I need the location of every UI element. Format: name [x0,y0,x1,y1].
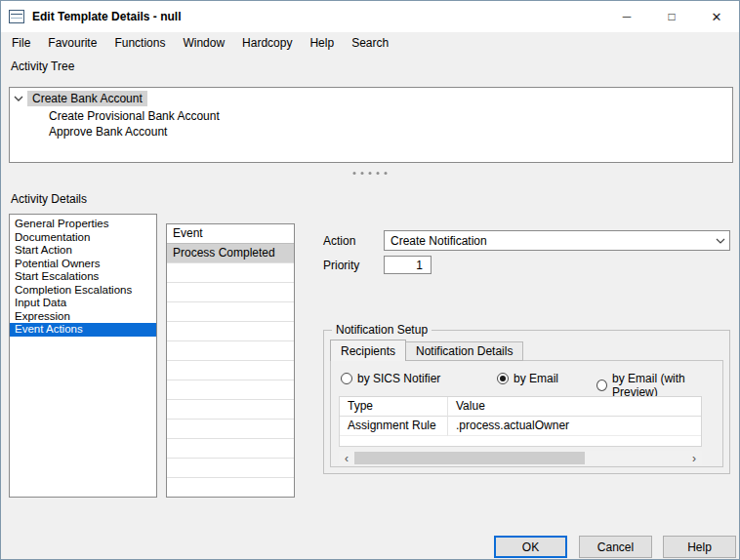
radio-checked-icon[interactable] [497,373,509,384]
table-cell-type[interactable]: Assignment Rule [340,417,448,436]
radio-by-sics-notifier[interactable]: by SICS Notifier [341,372,440,385]
event-list: Event Process Completed [166,223,295,498]
event-list-empty-row [167,400,294,420]
list-item-expression[interactable]: Expression [10,310,156,324]
action-dropdown-value: Create Notification [391,234,487,248]
event-list-empty-row [167,420,294,439]
notification-tabs: Recipients Notification Details [330,340,523,361]
chevron-down-icon[interactable] [10,96,27,101]
tree-node-label[interactable]: Approve Bank Account [49,125,167,139]
tree-node-root[interactable]: Create Bank Account [10,91,732,106]
action-label: Action [323,234,355,248]
radio-by-email[interactable]: by Email [497,372,558,385]
window-controls: ─ □ ✕ [604,1,739,32]
menu-bar: File Favourite Functions Window Hardcopy… [1,32,739,54]
maximize-icon[interactable]: □ [649,1,694,32]
recipients-tab-pane: by SICS Notifier by Email by Email (with… [330,360,723,467]
activity-details-label: Activity Details [11,192,87,206]
event-list-empty-row [167,361,294,380]
menu-functions[interactable]: Functions [105,33,174,53]
tree-node-child[interactable]: Approve Bank Account [10,124,732,140]
radio-label: by Email [514,372,558,385]
splitter-dot [377,172,380,175]
splitter-dot [385,172,388,175]
event-list-empty-row [167,263,294,283]
event-list-empty-row [167,283,294,302]
menu-help[interactable]: Help [301,33,343,53]
menu-hardcopy[interactable]: Hardcopy [233,33,301,53]
priority-label: Priority [323,259,359,272]
event-list-empty-row [167,478,294,498]
scrollbar-track[interactable] [354,451,686,465]
notification-setup-group: Notification Setup Recipients Notificati… [323,330,730,474]
radio-by-email-with-preview[interactable]: by Email (with Preview) [596,372,722,399]
ok-button[interactable]: OK [494,536,567,558]
activity-details-list: General Properties Documentation Start A… [9,214,157,498]
horizontal-scrollbar[interactable]: ‹ › [339,451,702,465]
title-bar: Edit Template Details - null ─ □ ✕ [1,1,739,32]
event-list-empty-row [167,459,294,478]
help-button[interactable]: Help [663,536,736,558]
radio-icon[interactable] [341,373,352,384]
close-icon[interactable]: ✕ [694,1,739,32]
event-list-header: Event [167,224,294,244]
scroll-right-icon[interactable]: › [686,451,702,465]
event-list-empty-row [167,439,294,459]
radio-icon[interactable] [596,380,607,391]
list-item-input-data[interactable]: Input Data [10,297,156,310]
menu-search[interactable]: Search [343,33,397,53]
splitter-dot [361,172,364,175]
priority-input[interactable] [384,256,432,274]
activity-tree-panel: Create Bank Account Create Provisional B… [9,87,733,163]
recipients-table: Type Value Assignment Rule .process.actu… [339,396,702,447]
list-item-start-escalations[interactable]: Start Escalations [10,270,156,284]
event-list-empty-row [167,380,294,400]
list-item-documentation[interactable]: Documentation [10,231,156,245]
event-list-empty-row [167,302,294,322]
tree-node-label[interactable]: Create Provisional Bank Account [49,109,220,123]
action-dropdown[interactable]: Create Notification [384,230,730,251]
list-item-potential-owners[interactable]: Potential Owners [10,258,156,271]
tree-node-child[interactable]: Create Provisional Bank Account [10,108,732,124]
scrollbar-thumb[interactable] [354,452,585,464]
activity-tree-label: Activity Tree [11,60,74,73]
app-icon [9,10,24,23]
window-title: Edit Template Details - null [32,10,181,23]
table-cell-value[interactable]: .process.actualOwner [448,417,701,436]
splitter-dot [369,172,372,175]
cancel-button[interactable]: Cancel [579,536,652,558]
radio-label: by Email (with Preview) [612,372,722,399]
menu-window[interactable]: Window [174,33,233,53]
menu-favourite[interactable]: Favourite [39,33,105,53]
splitter-dot [353,172,356,175]
minimize-icon[interactable]: ─ [604,1,649,32]
list-item-start-action[interactable]: Start Action [10,244,156,258]
scroll-left-icon[interactable]: ‹ [339,451,354,465]
event-list-empty-row [167,322,294,341]
event-list-empty-row [167,341,294,361]
notification-setup-title: Notification Setup [332,323,432,337]
list-item-event-actions[interactable]: Event Actions [10,323,156,337]
radio-label: by SICS Notifier [357,372,440,385]
splitter-handle[interactable] [353,172,388,175]
table-header-type: Type [340,397,448,417]
tree-node-label[interactable]: Create Bank Account [27,91,147,106]
chevron-down-icon[interactable] [712,238,729,244]
list-item-general-properties[interactable]: General Properties [10,218,156,231]
menu-file[interactable]: File [3,33,39,53]
table-header-value: Value [448,397,701,417]
list-item-completion-escalations[interactable]: Completion Escalations [10,284,156,298]
event-list-row[interactable]: Process Completed [167,244,294,263]
tab-recipients[interactable]: Recipients [330,340,406,361]
edit-template-details-window: Edit Template Details - null ─ □ ✕ File … [0,0,740,560]
tab-notification-details[interactable]: Notification Details [406,341,523,361]
